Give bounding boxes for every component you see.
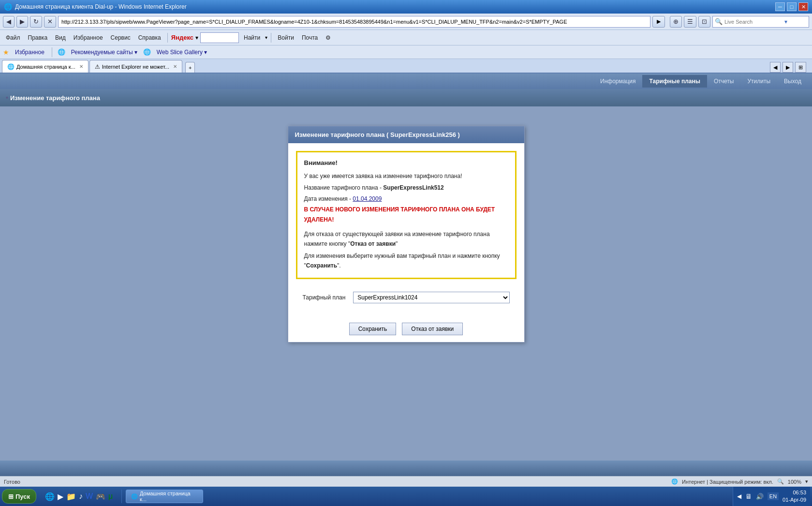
new-tab-button[interactable]: + [185,62,195,73]
dialog-body: Внимание! У вас уже имеется заявка на из… [288,143,524,316]
warning-line3-prefix: Дата изменения - [304,195,353,202]
windows-icon: ⊞ [8,493,14,500]
menu-view[interactable]: Вид [52,31,69,44]
tab-0-icon: 🌐 [7,63,15,70]
media-player-icon[interactable]: ▶ [58,492,63,501]
recommended-sites[interactable]: Рекомендуемые сайты ▾ [69,48,139,57]
network-tray-icon: 🖥 [745,492,752,500]
clock: 06:53 01-Apr-09 [782,489,806,504]
restore-button[interactable]: □ [787,2,797,11]
menu-favorites[interactable]: Избранное [71,31,106,44]
menu-edit[interactable]: Правка [25,31,51,44]
internet-icon: 🌐 [671,478,678,485]
main-body: Изменение тарифного плана ( SuperExpress… [0,106,812,461]
tab-1[interactable]: ⚠ Internet Explorer не может... ✕ [89,60,182,73]
mail-button[interactable]: Почта [299,31,321,44]
menu-service[interactable]: Сервис [108,31,133,44]
tab-1-close[interactable]: ✕ [173,64,177,69]
find-dropdown[interactable]: ▾ [265,35,267,40]
window-title: Домашняя страница клиента Dial-up - Wind… [15,3,187,10]
quick-tabs[interactable]: ⊞ [795,62,806,73]
game-icon[interactable]: 🎮 [96,492,105,501]
tariff-select[interactable]: SuperExpressLink256 SuperExpressLink512 … [353,292,509,303]
top-nav: Информация Тарифные планы Отчеты Утилиты… [0,74,812,89]
save-button[interactable]: Сохранить [349,323,397,335]
tab-1-label: Internet Explorer не может... [102,64,169,70]
system-tray: ◀ 🖥 🔊 EN 06:53 01-Apr-09 [733,487,810,506]
add-button[interactable]: ⊕ [670,16,682,28]
dialog-buttons: Сохранить Отказ от заявки [288,316,524,342]
tab-next[interactable]: ▶ [782,62,793,73]
warning-line5: Для отказа от существующей заявки на изм… [304,229,508,249]
winamp-icon[interactable]: ♪ [79,492,83,501]
taskbar-ie-icon: 🌐 [131,493,138,500]
warning-line6-suffix: ". [337,262,341,269]
tab-prev[interactable]: ◀ [770,62,781,73]
ie-icon: 🌐 [4,3,12,11]
menu-file[interactable]: Файл [3,31,23,44]
dialog-header: Изменение тарифного плана ( SuperExpress… [288,126,524,143]
tariff-row: Тарифный план SuperExpressLink256 SuperE… [296,287,517,308]
refresh-button[interactable]: ↻ [30,16,42,28]
search-dropdown-icon[interactable]: ▾ [784,18,787,25]
nav-tariff-plans[interactable]: Тарифные планы [642,75,707,88]
quick-launch: 🌐 ▶ 📁 ♪ W 🎮 μ [40,490,118,503]
nav-information[interactable]: Информация [593,75,642,88]
find-button[interactable]: Найти [241,31,263,44]
cancel-request-button[interactable]: Отказ от заявки [402,323,463,335]
warning-line3: Дата изменения - 01.04.2009 [304,194,508,204]
ie-taskbar-icon[interactable]: 🌐 [45,492,55,501]
login-button[interactable]: Войти [275,31,297,44]
taskbar-ie-window[interactable]: 🌐 Домашняя страница к... [126,490,203,503]
menu-help[interactable]: Справка [135,31,164,44]
back-button[interactable]: ◀ [3,16,15,28]
favorites-label[interactable]: Избранное [13,48,46,57]
bottom-blue-bar [0,461,812,476]
minimize-button[interactable]: ─ [775,2,785,11]
address-input[interactable] [58,16,650,28]
start-label: Пуск [15,493,30,500]
warning-box: Внимание! У вас уже имеется заявка на из… [296,151,517,279]
forward-button[interactable]: ▶ [16,16,28,28]
nav-utilities[interactable]: Утилиты [740,75,777,88]
nav-exit[interactable]: Выход [777,75,808,88]
lang-indicator[interactable]: EN [768,492,779,500]
stop-button[interactable]: ✕ [44,16,56,28]
warning-line5-suffix: " [396,240,398,247]
star-icon: ★ [3,48,9,56]
dialog-title: Изменение тарифного плана ( SuperExpress… [295,131,460,138]
close-button[interactable]: ✕ [798,2,808,11]
word-icon[interactable]: W [86,492,93,501]
taskbar-separator [121,490,122,503]
menu-toolbar: Файл Правка Вид Избранное Сервис Справка… [0,30,812,45]
yandex-logo: Яндекс [171,34,193,41]
status-ready: Готово [4,479,20,485]
live-search-input[interactable] [724,19,782,25]
folder-icon[interactable]: 📁 [66,492,76,501]
tab-bar: 🌐 Домашняя страница к... ✕ ⚠ Internet Ex… [0,59,812,74]
warning-title: Внимание! [304,159,508,166]
print-button[interactable]: ⊡ [698,16,710,28]
zoom-dropdown-icon[interactable]: 🔍 [777,478,784,485]
globe-fav-icon: 🌐 [58,48,65,56]
title-bar: 🌐 Домашняя страница клиента Dial-up - Wi… [0,0,812,14]
clock-date: 01-Apr-09 [782,496,806,504]
tray-arrow[interactable]: ◀ [737,493,741,500]
go-button[interactable]: ▶ [652,16,665,28]
content-area: Информация Тарифные планы Отчеты Утилиты… [0,74,812,476]
start-button[interactable]: ⊞ Пуск [2,489,36,504]
status-bar: Готово 🌐 Интернет | Защищенный режим: вк… [0,476,812,487]
status-right: 🌐 Интернет | Защищенный режим: вкл. 🔍 10… [671,478,808,485]
zoom-chevron[interactable]: ▾ [805,478,808,485]
warning-line6: Для изменения выберите нужный вам тарифн… [304,251,508,271]
yandex-dropdown[interactable]: ▾ [195,34,198,41]
rss-button[interactable]: ☰ [684,16,696,28]
tab-0[interactable]: 🌐 Домашняя страница к... ✕ [2,60,89,73]
settings-icon-button[interactable]: ⚙ [323,31,334,44]
torrent-icon[interactable]: μ [108,492,113,501]
web-slice-gallery[interactable]: Web Slice Gallery ▾ [155,48,209,57]
tab-0-label: Домашняя страница к... [16,64,75,70]
nav-reports[interactable]: Отчеты [707,75,740,88]
yandex-search-input[interactable] [200,32,239,43]
tab-0-close[interactable]: ✕ [79,64,83,69]
